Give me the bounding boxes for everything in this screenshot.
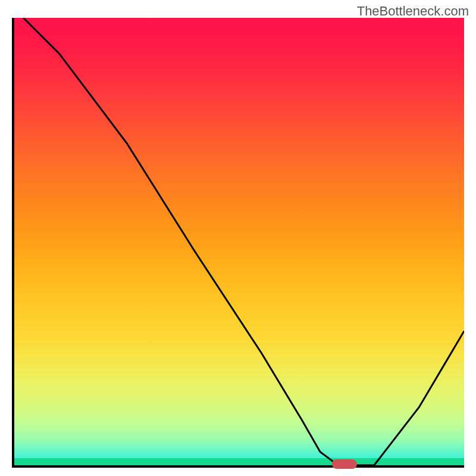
- green-baseline: [14, 458, 464, 465]
- gradient-background: [14, 18, 464, 465]
- optimal-marker-pill: [332, 459, 357, 469]
- watermark-text: TheBottleneck.com: [357, 4, 469, 19]
- chart-area: [12, 18, 464, 468]
